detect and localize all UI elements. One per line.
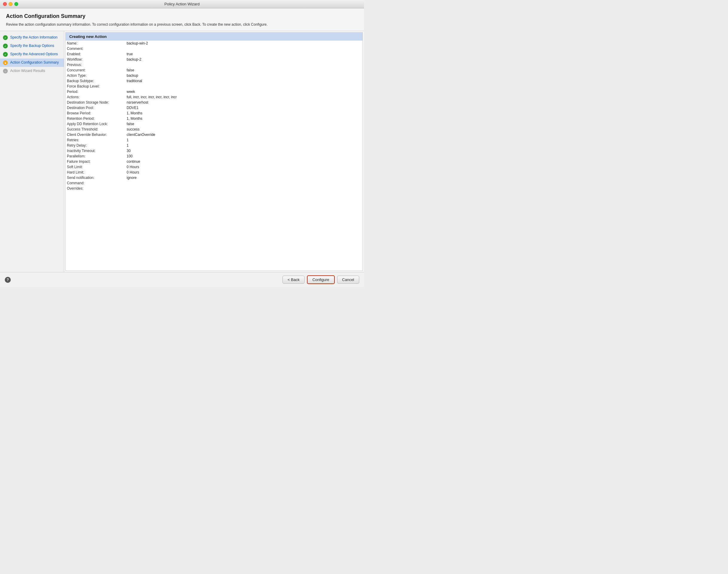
table-row: Action Type:backup [66, 73, 362, 78]
field-value: nsrserverhost [125, 100, 362, 105]
page-description: Review the action configuration summary … [6, 22, 358, 27]
table-row: Send notification:ignore [66, 175, 362, 180]
sidebar-item-label: Specify the Advanced Options [10, 52, 58, 57]
field-value: traditional [125, 78, 362, 84]
field-value: continue [125, 159, 362, 164]
field-label: Browse Period: [66, 111, 125, 116]
field-label: Soft Limit: [66, 164, 125, 170]
table-row: Soft Limit:0 Hours [66, 164, 362, 170]
field-value: 30 [125, 148, 362, 154]
field-value: ignore [125, 175, 362, 180]
field-label: Apply DD Retention Lock: [66, 121, 125, 127]
content-inner: Creating new Action Name:backup-win-2Com… [66, 33, 362, 271]
sidebar-item-label: Specify the Action Information [10, 35, 58, 40]
field-label: Actions: [66, 94, 125, 100]
section-header: Creating new Action [66, 33, 362, 41]
field-value [125, 186, 362, 191]
table-row: Parallelism:100 [66, 154, 362, 159]
window-controls[interactable] [3, 2, 18, 6]
field-value [125, 62, 362, 68]
configure-button[interactable]: Configure [307, 275, 335, 284]
current-icon: ● [3, 60, 8, 65]
table-row: Hard Limit:0 Hours [66, 170, 362, 175]
close-button[interactable] [3, 2, 7, 6]
field-value: backup [125, 73, 362, 78]
field-value: clientCanOverride [125, 132, 362, 137]
field-label: Previous: [66, 62, 125, 68]
field-label: Period: [66, 89, 125, 94]
header: Action Configuration Summary Review the … [0, 8, 364, 31]
table-row: Previous: [66, 62, 362, 68]
sidebar-item-label: Action Wizard Results [10, 69, 45, 74]
minimize-button[interactable] [9, 2, 12, 6]
table-row: Retry Delay:1 [66, 143, 362, 148]
title-bar: Policy Action Wizard [0, 0, 364, 8]
field-label: Success Threshold: [66, 127, 125, 132]
field-label: Comment: [66, 46, 125, 51]
sidebar-item-action-configuration-summary[interactable]: ● Action Configuration Summary [0, 58, 64, 67]
field-label: Name: [66, 41, 125, 46]
cancel-button[interactable]: Cancel [337, 276, 359, 284]
inactive-icon: ○ [3, 69, 8, 74]
field-value: 0 Hours [125, 170, 362, 175]
back-button[interactable]: < Back [283, 276, 305, 284]
maximize-button[interactable] [14, 2, 18, 6]
field-value: success [125, 127, 362, 132]
field-label: Failure Impact: [66, 159, 125, 164]
table-row: Apply DD Retention Lock:false [66, 121, 362, 127]
field-label: Overrides: [66, 186, 125, 191]
footer: ? < Back Configure Cancel [0, 272, 364, 287]
field-label: Enabled: [66, 51, 125, 57]
table-row: Period:week [66, 89, 362, 94]
footer-left: ? [5, 277, 280, 283]
field-value: false [125, 121, 362, 127]
main-window: Action Configuration Summary Review the … [0, 8, 364, 287]
table-row: Force Backup Level: [66, 84, 362, 89]
sidebar-item-label: Specify the Backup Options [10, 44, 54, 48]
field-label: Destination Storage Node: [66, 100, 125, 105]
field-label: Client Override Behavior: [66, 132, 125, 137]
info-table: Name:backup-win-2Comment:Enabled:trueWor… [66, 41, 362, 191]
table-row: Success Threshold:success [66, 127, 362, 132]
field-label: Retries: [66, 137, 125, 143]
field-value: 1 [125, 137, 362, 143]
table-row: Destination Pool:DDVE1 [66, 105, 362, 111]
field-value: 1 [125, 143, 362, 148]
table-row: Overrides: [66, 186, 362, 191]
field-value: DDVE1 [125, 105, 362, 111]
field-label: Force Backup Level: [66, 84, 125, 89]
help-button[interactable]: ? [5, 277, 11, 283]
table-row: Actions:full, incr, incr, incr, incr, in… [66, 94, 362, 100]
table-row: Comment: [66, 46, 362, 51]
table-row: Retention Period:1, Months [66, 116, 362, 121]
field-label: Send notification: [66, 175, 125, 180]
table-row: Workflow:backup-2 [66, 57, 362, 62]
table-row: Failure Impact:continue [66, 159, 362, 164]
field-label: Destination Pool: [66, 105, 125, 111]
sidebar-item-label: Action Configuration Summary [10, 60, 59, 65]
content-panel: Creating new Action Name:backup-win-2Com… [66, 32, 363, 271]
table-row: Browse Period:1, Months [66, 111, 362, 116]
complete-icon: ✓ [3, 52, 8, 57]
complete-icon: ✓ [3, 35, 8, 40]
sidebar-item-specify-action-info[interactable]: ✓ Specify the Action Information [0, 34, 64, 42]
field-value: 1, Months [125, 116, 362, 121]
field-value: backup-2 [125, 57, 362, 62]
sidebar-item-specify-backup-options[interactable]: ✓ Specify the Backup Options [0, 42, 64, 50]
sidebar-item-action-wizard-results[interactable]: ○ Action Wizard Results [0, 67, 64, 75]
field-label: Inactivity Timeout: [66, 148, 125, 154]
field-value: backup-win-2 [125, 41, 362, 46]
field-label: Command: [66, 180, 125, 186]
field-value [125, 84, 362, 89]
field-label: Concurrent: [66, 68, 125, 73]
table-row: Command: [66, 180, 362, 186]
body: ✓ Specify the Action Information ✓ Speci… [0, 31, 364, 272]
table-row: Destination Storage Node:nsrserverhost [66, 100, 362, 105]
window-title: Policy Action Wizard [165, 2, 200, 6]
field-value: true [125, 51, 362, 57]
sidebar-item-specify-advanced-options[interactable]: ✓ Specify the Advanced Options [0, 50, 64, 58]
complete-icon: ✓ [3, 44, 8, 48]
field-label: Retry Delay: [66, 143, 125, 148]
table-row: Retries:1 [66, 137, 362, 143]
field-value: full, incr, incr, incr, incr, incr, incr [125, 94, 362, 100]
